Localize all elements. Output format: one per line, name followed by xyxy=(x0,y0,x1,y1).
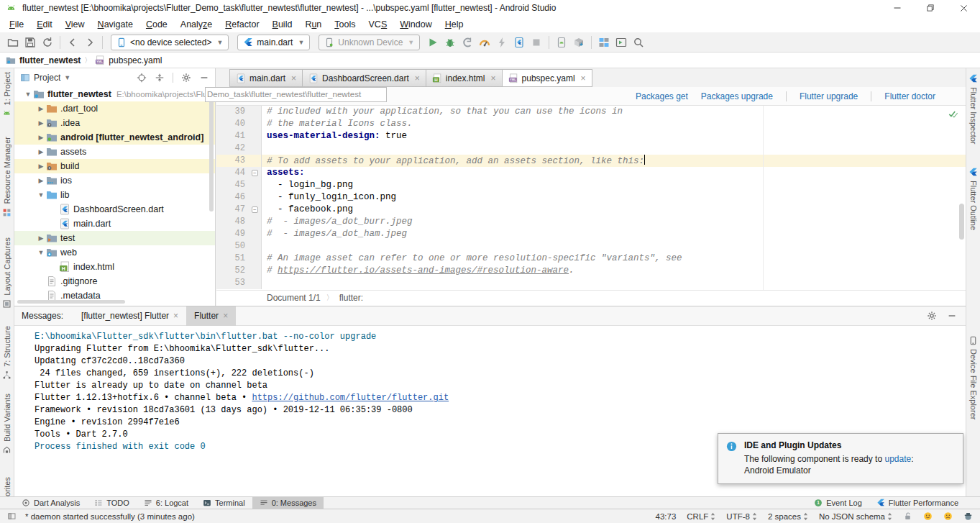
tab-close-icon[interactable]: × xyxy=(491,73,496,83)
flutter-attach-icon[interactable] xyxy=(510,35,528,50)
project-view-selector[interactable]: Project xyxy=(34,73,60,83)
tree-expander-icon[interactable]: ▶ xyxy=(36,119,46,127)
inspections-ok-icon[interactable] xyxy=(948,109,958,119)
action-link-packages-get[interactable]: Packages get xyxy=(636,91,688,101)
gear-icon[interactable] xyxy=(927,311,937,321)
menu-edit[interactable]: Edit xyxy=(30,18,59,31)
menu-code[interactable]: Code xyxy=(139,18,174,31)
line-ending-selector[interactable]: CRLF xyxy=(687,512,715,521)
tree-expander-icon[interactable]: ▼ xyxy=(36,191,46,199)
tree-expander-icon[interactable]: ▶ xyxy=(36,134,46,141)
toolwindow-button-terminal[interactable]: Terminal xyxy=(196,497,252,509)
tree-expander-icon[interactable]: ▶ xyxy=(36,235,46,242)
menu-help[interactable]: Help xyxy=(439,18,470,31)
tree-expander-icon[interactable]: ▶ xyxy=(36,148,46,155)
tree-row[interactable]: ▼web xyxy=(14,245,215,260)
tree-expander-icon[interactable]: ▶ xyxy=(36,177,46,184)
yaml-breadcrumb-node[interactable]: flutter: xyxy=(339,293,363,303)
tree-row[interactable]: ▼flutter_newtestE:\bhoomika\projects\Flu… xyxy=(14,87,215,101)
tool-stripe-button-layout-captures[interactable]: Layout Captures xyxy=(0,237,14,309)
menu-run[interactable]: Run xyxy=(298,18,328,31)
sdk-manager-icon[interactable] xyxy=(570,35,587,50)
code-editor[interactable]: 39# included with your application, so t… xyxy=(216,106,966,290)
collapse-all-icon[interactable] xyxy=(155,73,165,83)
gear-icon[interactable] xyxy=(181,73,191,83)
hot-reload-icon[interactable] xyxy=(493,35,510,50)
hide-panel-icon[interactable] xyxy=(947,311,957,321)
tab-close-icon[interactable]: × xyxy=(291,73,296,83)
tab-close-icon[interactable]: × xyxy=(173,311,178,321)
tree-expander-icon[interactable]: ▼ xyxy=(36,249,46,256)
tool-stripe-button-7-structure[interactable]: 7: Structure xyxy=(0,326,14,380)
tree-row[interactable]: ▶ios xyxy=(14,173,215,188)
action-link-flutter-doctor[interactable]: Flutter doctor xyxy=(884,91,935,101)
hide-panel-icon[interactable] xyxy=(199,73,209,83)
toolwindow-button-todo[interactable]: TODO xyxy=(87,497,137,509)
fold-marker-icon[interactable]: − xyxy=(252,206,258,213)
menu-vcs[interactable]: VCS xyxy=(362,18,394,31)
toolwindow-button-0-messages[interactable]: 0: Messages xyxy=(252,497,324,509)
tab-index-html[interactable]: Hindex.html× xyxy=(426,69,503,87)
editor-scrollbar[interactable] xyxy=(959,204,964,240)
feedback-sad-icon[interactable] xyxy=(943,511,953,521)
menu-tools[interactable]: Tools xyxy=(328,18,362,31)
project-scrollbar-horizontal[interactable] xyxy=(17,300,125,304)
tab-close-icon[interactable]: × xyxy=(223,311,228,321)
console-link[interactable]: https://github.com/flutter/flutter.git xyxy=(252,393,449,403)
debug-button[interactable] xyxy=(441,35,459,50)
toolwindow-button-dart-analysis[interactable]: Dart Analysis xyxy=(14,497,87,509)
tree-row[interactable]: Hindex.html xyxy=(14,260,215,274)
tree-row[interactable]: ▶android [flutter_newtest_android] xyxy=(14,130,215,145)
profiler-button[interactable] xyxy=(476,35,493,50)
toolwindow-button-event-log[interactable]: 1Event Log xyxy=(807,497,869,509)
tab-close-icon[interactable]: × xyxy=(415,73,420,83)
run-button[interactable] xyxy=(424,35,441,50)
menu-refactor[interactable]: Refactor xyxy=(219,18,265,31)
tree-row[interactable]: DashboardScreen.dart xyxy=(14,202,215,217)
tab-pubspec-yaml[interactable]: YMLpubspec.yaml× xyxy=(503,69,592,87)
save-all-icon[interactable] xyxy=(22,35,39,50)
run-config-selector[interactable]: main.dart ▼ xyxy=(237,35,310,50)
messages-tab-1[interactable]: [flutter_newtest] Flutter× xyxy=(73,306,186,326)
tree-row[interactable]: main.dart xyxy=(14,217,215,231)
avd-manager-icon[interactable] xyxy=(553,35,570,50)
messages-tab-2[interactable]: Flutter× xyxy=(186,306,236,326)
project-structure-icon[interactable] xyxy=(595,35,613,50)
tab-close-icon[interactable]: × xyxy=(581,73,586,83)
project-scrollbar-vertical[interactable] xyxy=(209,93,214,212)
tool-stripe-button-build-variants[interactable]: Build Variants xyxy=(0,394,14,455)
action-link-packages-upgrade[interactable]: Packages upgrade xyxy=(701,91,773,101)
encoding-selector[interactable]: UTF-8 xyxy=(726,512,757,521)
search-everywhere-icon[interactable] xyxy=(630,35,647,50)
tree-expander-icon[interactable]: ▼ xyxy=(23,91,33,98)
json-schema-selector[interactable]: No JSON schema xyxy=(819,512,892,521)
breadcrumb-project[interactable]: flutter_newtest xyxy=(19,55,81,65)
run-anything-icon[interactable] xyxy=(613,35,630,50)
incognito-icon[interactable] xyxy=(963,511,973,521)
tree-row[interactable]: ▶.idea xyxy=(14,116,215,130)
menu-file[interactable]: File xyxy=(3,18,30,31)
tool-stripe-button-favorites[interactable]: Favorites xyxy=(0,477,14,496)
toolwindow-button-flutter-performance[interactable]: Flutter Performance xyxy=(869,497,966,509)
toolwindow-button-6-logcat[interactable]: 6: Logcat xyxy=(137,497,196,509)
tool-stripe-button-device-file-explorer[interactable]: Device File Explorer xyxy=(966,336,980,419)
minimize-icon[interactable] xyxy=(881,0,914,16)
status-message[interactable]: * daemon started successfully (3 minutes… xyxy=(25,512,195,521)
close-icon[interactable] xyxy=(947,0,980,16)
menu-analyze[interactable]: Analyze xyxy=(174,18,219,31)
menu-build[interactable]: Build xyxy=(266,18,299,31)
indent-selector[interactable]: 2 spaces xyxy=(768,512,808,521)
tree-expander-icon[interactable]: ▶ xyxy=(36,163,46,170)
breadcrumb-file[interactable]: pubspec.yaml xyxy=(109,55,162,65)
fold-marker-icon[interactable]: − xyxy=(252,170,258,176)
stop-button[interactable] xyxy=(528,35,545,50)
caret-position[interactable]: 43:73 xyxy=(656,512,677,521)
tree-expander-icon[interactable]: ▶ xyxy=(36,105,46,112)
back-icon[interactable] xyxy=(64,35,81,50)
open-icon[interactable] xyxy=(4,35,22,50)
tool-stripe-button-1-project[interactable]: 1: Project xyxy=(0,72,14,118)
lock-icon[interactable] xyxy=(903,511,912,521)
forward-icon[interactable] xyxy=(81,35,99,50)
device-selector[interactable]: <no device selected> ▼ xyxy=(111,35,229,50)
tree-row[interactable]: .gitignore xyxy=(14,274,215,288)
